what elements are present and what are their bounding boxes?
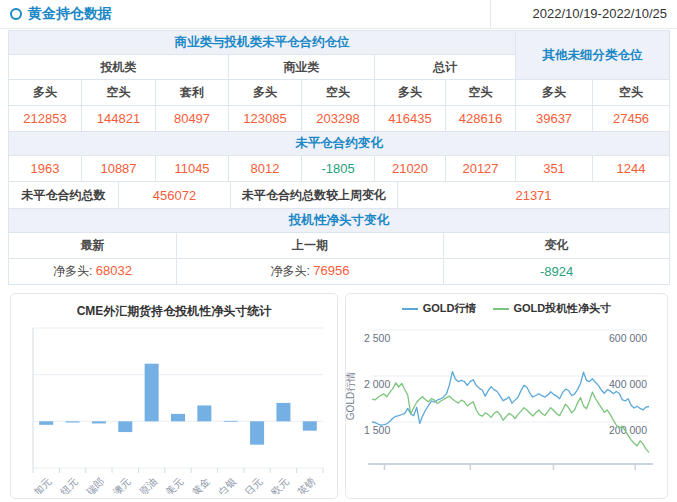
change-value: -1805 — [302, 156, 375, 182]
page-title: 黄金持仓数据 — [10, 5, 112, 23]
col-header: 多头 — [9, 80, 82, 106]
change-value: 11045 — [156, 156, 229, 182]
net-col-latest: 最新 — [9, 233, 177, 259]
position-value: 80497 — [156, 106, 229, 132]
net-col-previous: 上一期 — [177, 233, 444, 259]
svg-text:欧元: 欧元 — [269, 476, 291, 494]
group-header-right: 其他未细分类仓位 — [516, 31, 670, 80]
date-range: 2022/10/19-2022/10/25 — [490, 0, 677, 28]
change-value: 1244 — [593, 156, 670, 182]
positions-grid: 商业类与投机类未平仓合约仓位 其他未细分类仓位 投机类 商业类 总计 多头 空头… — [8, 30, 670, 182]
net-latest-prefix: 净多头: — [53, 264, 92, 278]
change-value: 21020 — [375, 156, 446, 182]
svg-text:2 000: 2 000 — [364, 378, 390, 390]
position-value: 144821 — [82, 106, 156, 132]
total-label: 未平仓合约总数 — [9, 182, 119, 209]
svg-text:英镑: 英镑 — [295, 476, 317, 494]
svg-text:日元: 日元 — [243, 476, 265, 494]
svg-text:GOLD行情: GOLD行情 — [346, 372, 356, 420]
net-change-cell: -8924 — [444, 259, 670, 285]
col-header: 多头 — [375, 80, 446, 106]
svg-text:白银: 白银 — [216, 476, 238, 494]
positions-table: 商业类与投机类未平仓合约仓位 其他未细分类仓位 投机类 商业类 总计 多头 空头… — [8, 30, 669, 285]
section-header-change: 未平仓合约变化 — [9, 132, 670, 156]
legend-item-gold-price: GOLD行情 — [402, 301, 477, 316]
svg-text:2 500: 2 500 — [364, 332, 390, 344]
legend-item-net-position: GOLD投机性净头寸 — [493, 301, 612, 316]
line-chart-plot: 2 500600 0002 000400 0001 500200 000GOLD… — [346, 316, 667, 484]
subgroup-commercial: 商业类 — [229, 55, 375, 80]
legend-label-net-position: GOLD投机性净头寸 — [514, 301, 612, 316]
net-prev-value: 76956 — [313, 263, 349, 278]
totals-row: 未平仓合约总数 456072 未平仓合约总数较上周变化 21371 — [8, 181, 670, 209]
net-prev-cell: 净多头: 76956 — [177, 259, 444, 285]
position-value: 203298 — [302, 106, 375, 132]
net-change-value: -8924 — [540, 264, 573, 279]
change-value: 351 — [516, 156, 593, 182]
group-header-left: 商业类与投机类未平仓合约仓位 — [9, 31, 516, 55]
total-value: 456072 — [119, 182, 231, 209]
svg-text:600 000: 600 000 — [609, 332, 647, 344]
net-latest-value: 68032 — [96, 263, 132, 278]
col-header: 多头 — [516, 80, 593, 106]
net-prev-prefix: 净多头: — [271, 264, 310, 278]
col-header: 空头 — [302, 80, 375, 106]
page-header: 黄金持仓数据 2022/10/19-2022/10/25 — [0, 0, 677, 29]
svg-text:400 000: 400 000 — [609, 378, 647, 390]
svg-text:原油: 原油 — [137, 476, 159, 494]
bar-chart-title: CME外汇期货持仓投机性净头寸统计 — [11, 303, 337, 320]
position-value: 27456 — [593, 106, 670, 132]
subgroup-speculative: 投机类 — [9, 55, 229, 80]
legend-label-gold-price: GOLD行情 — [423, 301, 477, 316]
total-change-label: 未平仓合约总数较上周变化 — [231, 182, 398, 209]
svg-text:黄金: 黄金 — [190, 476, 212, 494]
svg-text:加元: 加元 — [32, 476, 54, 494]
svg-text:1 500: 1 500 — [364, 424, 390, 436]
svg-text:澳元: 澳元 — [111, 476, 133, 494]
change-value: 20127 — [446, 156, 516, 182]
position-value: 123085 — [229, 106, 302, 132]
net-col-change: 变化 — [444, 233, 670, 259]
change-value: 8012 — [229, 156, 302, 182]
section-header-net: 投机性净头寸变化 — [9, 209, 670, 233]
change-value: 10887 — [82, 156, 156, 182]
svg-text:瑞郎: 瑞郎 — [84, 476, 106, 494]
position-value: 416435 — [375, 106, 446, 132]
position-value: 39637 — [516, 106, 593, 132]
col-header: 空头 — [446, 80, 516, 106]
gold-price-netposition-line-chart: GOLD行情 GOLD投机性净头寸 2 500600 0002 000400 0… — [345, 293, 668, 499]
svg-text:纽元: 纽元 — [58, 476, 80, 494]
change-value: 1963 — [9, 156, 82, 182]
subgroup-total: 总计 — [375, 55, 516, 80]
net-position-line-swatch — [493, 308, 509, 310]
total-change-value: 21371 — [398, 182, 670, 209]
bar-chart-plot: 加元纽元瑞郎澳元原油美元黄金白银日元欧元英镑 — [11, 320, 337, 494]
position-value: 428616 — [446, 106, 516, 132]
svg-text:美元: 美元 — [163, 476, 185, 494]
net-latest-cell: 净多头: 68032 — [9, 259, 177, 285]
col-header: 套利 — [156, 80, 229, 106]
bullet-circle-icon — [10, 8, 22, 20]
net-position-table: 投机性净头寸变化 最新 上一期 变化 净多头: 68032 净多头: 76956… — [8, 208, 670, 285]
position-value: 212853 — [9, 106, 82, 132]
gold-price-line-swatch — [402, 308, 418, 310]
col-header: 多头 — [229, 80, 302, 106]
cme-net-position-bar-chart: CME外汇期货持仓投机性净头寸统计 加元纽元瑞郎澳元原油美元黄金白银日元欧元英镑 — [10, 293, 338, 499]
line-chart-legend: GOLD行情 GOLD投机性净头寸 — [346, 301, 667, 316]
page-title-text: 黄金持仓数据 — [28, 5, 112, 23]
col-header: 空头 — [593, 80, 670, 106]
col-header: 空头 — [82, 80, 156, 106]
